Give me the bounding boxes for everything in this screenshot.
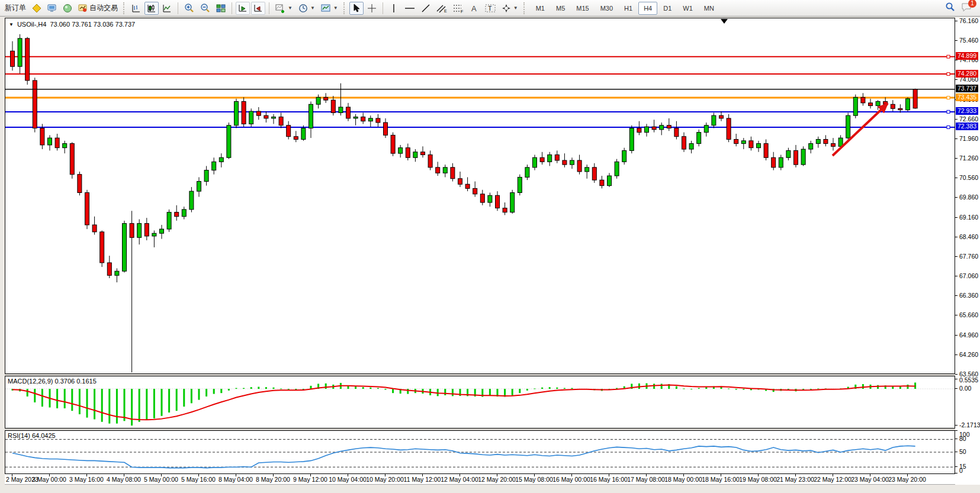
candle bbox=[413, 149, 417, 162]
cursor-tool-icon[interactable] bbox=[349, 2, 364, 15]
candle bbox=[331, 96, 335, 115]
equidistant-channel-tool-icon[interactable]: E bbox=[434, 2, 449, 15]
rsi-axis-label: 0 bbox=[959, 467, 963, 474]
macd-axis-tick bbox=[955, 425, 957, 426]
candle bbox=[480, 190, 484, 205]
candle bbox=[712, 112, 716, 128]
price-axis-tick bbox=[955, 158, 957, 159]
horizontal-lines[interactable] bbox=[5, 57, 955, 127]
candle bbox=[354, 114, 358, 125]
rsi-pane[interactable]: RSI(14) 64.0425 bbox=[5, 430, 955, 474]
toolbar-separator bbox=[178, 2, 178, 14]
chevron-down-icon[interactable]: ▼ bbox=[333, 5, 338, 11]
macd-pane[interactable]: MACD(12,26,9) 0.3706 0.1615 bbox=[5, 376, 955, 428]
candle bbox=[869, 99, 873, 109]
fibonacci-tool-icon[interactable]: F bbox=[451, 2, 466, 15]
timeframe-button-H1[interactable]: H1 bbox=[619, 2, 638, 15]
timeframe-button-M15[interactable]: M15 bbox=[571, 2, 594, 15]
candlestick-chart-type-icon[interactable] bbox=[144, 2, 159, 15]
chart-dropdown-icon[interactable]: ▼ bbox=[9, 22, 14, 27]
line-end-marker[interactable] bbox=[947, 110, 950, 113]
text-label-tool-icon[interactable]: T bbox=[483, 2, 498, 15]
candle bbox=[503, 202, 507, 215]
svg-text:E: E bbox=[444, 9, 447, 13]
tile-windows-icon[interactable] bbox=[214, 2, 228, 15]
search-icon[interactable] bbox=[945, 2, 955, 14]
candle bbox=[794, 145, 798, 167]
candle bbox=[197, 177, 201, 196]
autotrading-button[interactable]: 自动交易 bbox=[76, 2, 120, 15]
candle bbox=[294, 131, 298, 142]
line-end-marker[interactable] bbox=[947, 125, 950, 128]
timeframe-button-MN[interactable]: MN bbox=[699, 2, 719, 15]
macd-axis-tick bbox=[955, 388, 957, 389]
time-axis-label: 4 May 08:00 bbox=[107, 476, 141, 483]
timeframe-button-H4[interactable]: H4 bbox=[638, 2, 657, 15]
candle bbox=[465, 177, 470, 191]
time-axis-label: 3 May 00:00 bbox=[32, 476, 66, 483]
periods-clock-icon[interactable]: ▼ bbox=[296, 2, 317, 15]
toolbar-separator bbox=[383, 2, 383, 14]
line-end-marker[interactable] bbox=[947, 73, 950, 76]
timeframe-button-D1[interactable]: D1 bbox=[658, 2, 677, 15]
candle bbox=[906, 97, 910, 111]
candle bbox=[219, 153, 223, 167]
time-axis-label: 9 May 12:00 bbox=[293, 476, 327, 483]
chevron-down-icon[interactable]: ▼ bbox=[310, 5, 315, 11]
bar-chart-type-icon[interactable] bbox=[129, 2, 143, 15]
candle bbox=[473, 182, 477, 197]
candle bbox=[592, 163, 596, 183]
candle bbox=[309, 102, 313, 138]
candle bbox=[809, 141, 813, 153]
zoom-in-icon[interactable] bbox=[182, 2, 197, 15]
time-axis-label: 18 May 16:00 bbox=[702, 476, 740, 483]
time-axis-label: 12 May 04:00 bbox=[441, 476, 478, 483]
toolbar-grip bbox=[523, 2, 526, 14]
time-axis-label: 23 May 20:00 bbox=[888, 476, 926, 483]
line-end-marker[interactable] bbox=[947, 55, 950, 58]
vertical-line-tool-icon[interactable] bbox=[387, 2, 401, 15]
candle bbox=[287, 121, 291, 140]
text-tool-icon[interactable]: A bbox=[467, 2, 481, 15]
new-order-button[interactable]: 新订单 bbox=[2, 2, 28, 15]
chevron-down-icon[interactable]: ▼ bbox=[513, 5, 518, 11]
candle bbox=[279, 112, 283, 128]
timeframe-button-W1[interactable]: W1 bbox=[677, 2, 698, 15]
crosshair-tool-icon[interactable] bbox=[365, 2, 379, 15]
time-axis[interactable]: 2 May 20233 May 00:003 May 16:004 May 08… bbox=[5, 474, 955, 485]
time-axis-label: 11 May 12:00 bbox=[404, 476, 441, 483]
horizontal-line-tool-icon[interactable] bbox=[402, 2, 417, 15]
price-badge-72.933: 72.933 bbox=[956, 107, 978, 115]
candle bbox=[227, 123, 231, 159]
time-axis-label: 3 May 16:00 bbox=[69, 476, 104, 483]
candle bbox=[63, 141, 67, 153]
notifications-button[interactable]: 1 bbox=[961, 2, 972, 14]
market-watch-icon[interactable] bbox=[45, 2, 59, 15]
timeframe-button-M30[interactable]: M30 bbox=[595, 2, 618, 15]
indicators-icon[interactable]: ▼ bbox=[273, 2, 295, 15]
arrows-tool-icon[interactable]: ▼ bbox=[499, 2, 520, 15]
rsi-label: RSI(14) 64.0425 bbox=[8, 432, 56, 439]
candle bbox=[376, 114, 380, 127]
zoom-out-icon[interactable] bbox=[198, 2, 213, 15]
templates-icon[interactable]: ▼ bbox=[319, 2, 340, 15]
timeframe-button-M5[interactable]: M5 bbox=[551, 2, 570, 15]
line-chart-type-icon[interactable] bbox=[160, 2, 174, 15]
price-axis-tick bbox=[955, 237, 957, 237]
price-chart-pane[interactable]: ▼ USOil-,H4 73.060 73.761 73.036 73.737 bbox=[5, 18, 955, 374]
candle bbox=[637, 121, 641, 136]
trendline-tool-icon[interactable] bbox=[419, 2, 433, 15]
chevron-down-icon[interactable]: ▼ bbox=[288, 5, 293, 11]
candle bbox=[152, 230, 156, 247]
price-axis[interactable]: 76.16075.46074.76074.06073.36072.66071.9… bbox=[955, 18, 980, 485]
candle bbox=[645, 124, 649, 136]
candle bbox=[555, 150, 559, 163]
candle bbox=[861, 93, 865, 105]
line-end-marker[interactable] bbox=[947, 96, 950, 99]
timeframe-button-M1[interactable]: M1 bbox=[531, 2, 550, 15]
charts-profile-icon[interactable] bbox=[30, 2, 44, 15]
auto-scroll-icon[interactable] bbox=[236, 2, 250, 15]
rsi-line bbox=[12, 446, 915, 468]
navigator-icon[interactable] bbox=[60, 2, 75, 15]
chart-shift-icon[interactable] bbox=[251, 2, 265, 15]
